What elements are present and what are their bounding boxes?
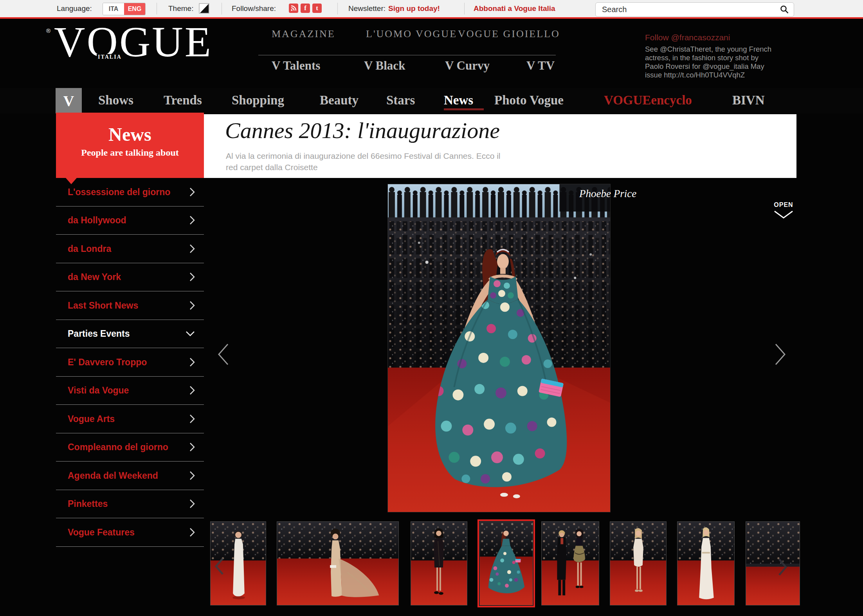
header-link-v-tv[interactable]: V TV <box>526 59 555 73</box>
divider <box>222 3 222 14</box>
chevron-right-icon <box>189 187 195 197</box>
nav-home-v[interactable]: V <box>56 88 82 113</box>
gallery-next-arrow[interactable] <box>773 343 787 368</box>
sidebar-item-label: E' Davvero Troppo <box>68 357 147 367</box>
language-ita-button[interactable]: ITA <box>103 3 124 15</box>
header-link-magazine[interactable]: MAGAZINE <box>272 28 335 40</box>
chevron-right-icon <box>189 300 195 311</box>
sidebar-item-parties-events[interactable]: Parties Events <box>56 320 204 348</box>
chevron-right-icon <box>189 442 195 452</box>
header-link-luomo-vogue[interactable]: L'UOMO VOGUE <box>366 28 457 40</box>
photo-caption: Phoebe Price <box>579 188 636 200</box>
chevron-right-icon <box>189 527 195 537</box>
sidebar-item-label: da Hollywood <box>68 215 126 226</box>
thumbnail-next-arrow[interactable] <box>777 558 788 578</box>
chevron-down-icon <box>185 330 195 337</box>
sidebar-item-label: Parties Events <box>68 329 130 339</box>
open-button[interactable]: OPEN <box>770 201 797 221</box>
sidebar-item-visti-da-vogue[interactable]: Visti da Vogue <box>56 377 204 405</box>
divider <box>157 3 157 14</box>
news-sidebar: L'ossessione del giorno da Hollywood da … <box>56 178 204 547</box>
nav-item-bivn[interactable]: BIVN <box>732 88 765 113</box>
sidebar-item-label: L'ossessione del giorno <box>68 187 170 197</box>
tweet-text-line: See @ChristaTheret, the young French <box>645 45 771 54</box>
thumbnail-nude-gown-train[interactable] <box>277 521 399 605</box>
chevron-right-icon <box>189 215 195 225</box>
thumbnail-cream-short-dress[interactable] <box>610 521 667 605</box>
sidebar-item-da-new-york[interactable]: da New York <box>56 263 204 292</box>
thumbnail-image <box>277 522 398 605</box>
nav-item-stars[interactable]: Stars <box>386 88 415 113</box>
top-bar: Language: ITA ENG Theme: Follow/share: f… <box>0 0 863 17</box>
sidebar-item-ossessione[interactable]: L'ossessione del giorno <box>56 178 204 207</box>
article-subtitle-line: red carpet dalla Croisette <box>226 163 318 172</box>
twitter-icon[interactable]: t <box>312 4 322 13</box>
nav-active-underline <box>444 108 484 110</box>
header-link-v-talents[interactable]: V Talents <box>272 59 320 73</box>
header-link-vogue-gioiello[interactable]: VOGUE GIOIELLO <box>458 28 560 40</box>
chevron-down-icon <box>773 210 794 219</box>
sidebar-item-label: da New York <box>68 272 121 282</box>
search-input[interactable] <box>596 3 794 16</box>
sidebar-item-label: Compleanno del giorno <box>68 442 168 453</box>
divider <box>464 3 465 14</box>
sidebar-item-label: Visti da Vogue <box>68 385 129 396</box>
sidebar-item-pinkettes[interactable]: Pinkettes <box>56 490 204 519</box>
nav-item-vogueencyclo[interactable]: VOGUEencyclo <box>604 88 692 113</box>
tweet-text-line: Paolo Roversi for @vogue_italia May <box>645 62 764 71</box>
thumbnail-image <box>746 522 800 605</box>
chevron-right-icon <box>189 471 195 481</box>
language-eng-button[interactable]: ENG <box>124 3 145 15</box>
thumbnail-couple[interactable] <box>541 521 599 605</box>
nav-item-shows[interactable]: Shows <box>98 88 133 113</box>
section-title: News <box>56 124 204 145</box>
sidebar-item-da-londra[interactable]: da Londra <box>56 235 204 263</box>
nav-item-beauty[interactable]: Beauty <box>320 88 359 113</box>
header-link-v-black[interactable]: V Black <box>364 59 405 73</box>
chevron-right-icon <box>189 272 195 282</box>
tweet-text-line: issue http://t.co/Hh0TU4VVqhZ <box>645 71 745 79</box>
chevron-right-icon <box>189 244 195 254</box>
chevron-right-icon <box>189 414 195 424</box>
section-subtitle: People are talking about <box>56 147 204 158</box>
gallery-prev-arrow[interactable] <box>216 343 230 368</box>
sidebar-item-davvero-troppo[interactable]: E' Davvero Troppo <box>56 348 204 377</box>
trademark-symbol: ® <box>46 27 50 34</box>
tweet-text-line: actress, in the fashion story shot by <box>645 54 759 62</box>
theme-label: Theme: <box>168 4 193 13</box>
red-carpet-photo-illustration <box>388 184 610 512</box>
newsletter-signup-link[interactable]: Sign up today! <box>388 4 440 13</box>
sidebar-item-da-hollywood[interactable]: da Hollywood <box>56 207 204 235</box>
nav-item-photo-vogue[interactable]: Photo Vogue <box>494 88 564 113</box>
vogue-logo[interactable]: VOGUE <box>54 20 213 63</box>
sidebar-item-label: Vogue Arts <box>68 413 115 424</box>
nav-item-trends[interactable]: Trends <box>164 88 202 113</box>
thumbnail-crowd-carpet[interactable] <box>746 521 800 605</box>
sidebar-item-vogue-arts[interactable]: Vogue Arts <box>56 405 204 433</box>
subscribe-link[interactable]: Abbonati a Vogue Italia <box>474 4 555 13</box>
facebook-icon[interactable]: f <box>301 4 310 13</box>
gallery-main-photo[interactable] <box>387 184 611 512</box>
article-header: Cannes 2013: l'inaugurazione Al via la c… <box>204 114 796 178</box>
theme-toggle-icon[interactable] <box>199 3 209 14</box>
nav-item-shopping[interactable]: Shopping <box>232 88 284 113</box>
language-label: Language: <box>57 4 92 13</box>
thumbnail-prev-arrow[interactable] <box>214 557 225 577</box>
news-section-header: News People are talking about <box>56 113 204 178</box>
sidebar-item-agenda-weekend[interactable]: Agenda del Weekend <box>56 462 204 490</box>
sidebar-item-last-short-news[interactable]: Last Short News <box>56 291 204 320</box>
thumbnail-dark-cocktail-dress[interactable] <box>411 521 467 605</box>
header-divider <box>258 55 556 56</box>
thumbnail-long-white-gown[interactable] <box>677 521 735 605</box>
sidebar-item-compleanno[interactable]: Compleanno del giorno <box>56 433 204 462</box>
thumbnail-phoebe-price-selected[interactable] <box>479 521 533 605</box>
sidebar-item-vogue-features[interactable]: Vogue Features <box>56 518 204 547</box>
rss-icon[interactable] <box>289 4 298 13</box>
article-title: Cannes 2013: l'inaugurazione <box>225 117 500 144</box>
search-icon[interactable] <box>780 5 789 14</box>
twitter-follow-link[interactable]: Follow @francasozzani <box>645 33 730 42</box>
sidebar-item-label: Last Short News <box>68 300 138 311</box>
header-link-v-curvy[interactable]: V Curvy <box>445 59 490 73</box>
sidebar-item-label: Pinkettes <box>68 499 108 509</box>
chevron-right-icon <box>189 499 195 509</box>
